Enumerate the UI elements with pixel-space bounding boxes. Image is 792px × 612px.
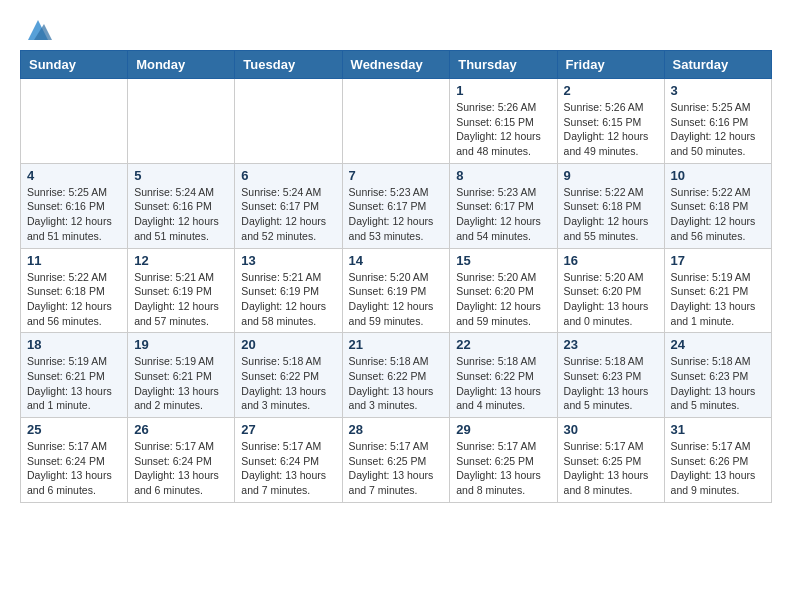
logo: [20, 20, 52, 44]
weekday-header-wednesday: Wednesday: [342, 51, 450, 79]
day-info: Sunrise: 5:26 AM Sunset: 6:15 PM Dayligh…: [456, 100, 550, 159]
day-number: 6: [241, 168, 335, 183]
day-info: Sunrise: 5:25 AM Sunset: 6:16 PM Dayligh…: [671, 100, 765, 159]
calendar-cell: 27Sunrise: 5:17 AM Sunset: 6:24 PM Dayli…: [235, 418, 342, 503]
day-number: 28: [349, 422, 444, 437]
calendar-cell: 11Sunrise: 5:22 AM Sunset: 6:18 PM Dayli…: [21, 248, 128, 333]
calendar-cell: 10Sunrise: 5:22 AM Sunset: 6:18 PM Dayli…: [664, 163, 771, 248]
day-number: 1: [456, 83, 550, 98]
calendar-cell: 3Sunrise: 5:25 AM Sunset: 6:16 PM Daylig…: [664, 79, 771, 164]
calendar-cell: 4Sunrise: 5:25 AM Sunset: 6:16 PM Daylig…: [21, 163, 128, 248]
day-number: 11: [27, 253, 121, 268]
logo-icon: [24, 16, 52, 44]
day-number: 26: [134, 422, 228, 437]
calendar-week-3: 11Sunrise: 5:22 AM Sunset: 6:18 PM Dayli…: [21, 248, 772, 333]
day-info: Sunrise: 5:19 AM Sunset: 6:21 PM Dayligh…: [134, 354, 228, 413]
day-number: 15: [456, 253, 550, 268]
weekday-header-saturday: Saturday: [664, 51, 771, 79]
day-number: 19: [134, 337, 228, 352]
day-number: 23: [564, 337, 658, 352]
calendar-cell: 30Sunrise: 5:17 AM Sunset: 6:25 PM Dayli…: [557, 418, 664, 503]
calendar-cell: [342, 79, 450, 164]
weekday-header-tuesday: Tuesday: [235, 51, 342, 79]
day-info: Sunrise: 5:19 AM Sunset: 6:21 PM Dayligh…: [27, 354, 121, 413]
day-number: 21: [349, 337, 444, 352]
day-info: Sunrise: 5:23 AM Sunset: 6:17 PM Dayligh…: [349, 185, 444, 244]
day-info: Sunrise: 5:18 AM Sunset: 6:22 PM Dayligh…: [241, 354, 335, 413]
day-number: 7: [349, 168, 444, 183]
calendar-cell: 17Sunrise: 5:19 AM Sunset: 6:21 PM Dayli…: [664, 248, 771, 333]
calendar-week-4: 18Sunrise: 5:19 AM Sunset: 6:21 PM Dayli…: [21, 333, 772, 418]
day-number: 13: [241, 253, 335, 268]
calendar-cell: 28Sunrise: 5:17 AM Sunset: 6:25 PM Dayli…: [342, 418, 450, 503]
calendar-cell: 7Sunrise: 5:23 AM Sunset: 6:17 PM Daylig…: [342, 163, 450, 248]
day-info: Sunrise: 5:18 AM Sunset: 6:22 PM Dayligh…: [456, 354, 550, 413]
day-number: 24: [671, 337, 765, 352]
weekday-header-row: SundayMondayTuesdayWednesdayThursdayFrid…: [21, 51, 772, 79]
day-info: Sunrise: 5:21 AM Sunset: 6:19 PM Dayligh…: [241, 270, 335, 329]
calendar-cell: 24Sunrise: 5:18 AM Sunset: 6:23 PM Dayli…: [664, 333, 771, 418]
day-info: Sunrise: 5:24 AM Sunset: 6:17 PM Dayligh…: [241, 185, 335, 244]
calendar-cell: [235, 79, 342, 164]
day-info: Sunrise: 5:17 AM Sunset: 6:25 PM Dayligh…: [349, 439, 444, 498]
weekday-header-monday: Monday: [128, 51, 235, 79]
day-info: Sunrise: 5:22 AM Sunset: 6:18 PM Dayligh…: [671, 185, 765, 244]
calendar-cell: 26Sunrise: 5:17 AM Sunset: 6:24 PM Dayli…: [128, 418, 235, 503]
day-number: 29: [456, 422, 550, 437]
day-info: Sunrise: 5:17 AM Sunset: 6:26 PM Dayligh…: [671, 439, 765, 498]
calendar-cell: 8Sunrise: 5:23 AM Sunset: 6:17 PM Daylig…: [450, 163, 557, 248]
calendar-cell: 12Sunrise: 5:21 AM Sunset: 6:19 PM Dayli…: [128, 248, 235, 333]
day-number: 30: [564, 422, 658, 437]
calendar-cell: 21Sunrise: 5:18 AM Sunset: 6:22 PM Dayli…: [342, 333, 450, 418]
calendar-cell: 31Sunrise: 5:17 AM Sunset: 6:26 PM Dayli…: [664, 418, 771, 503]
day-number: 10: [671, 168, 765, 183]
day-info: Sunrise: 5:20 AM Sunset: 6:20 PM Dayligh…: [564, 270, 658, 329]
day-info: Sunrise: 5:24 AM Sunset: 6:16 PM Dayligh…: [134, 185, 228, 244]
calendar-cell: 23Sunrise: 5:18 AM Sunset: 6:23 PM Dayli…: [557, 333, 664, 418]
day-number: 18: [27, 337, 121, 352]
day-number: 14: [349, 253, 444, 268]
calendar-cell: 18Sunrise: 5:19 AM Sunset: 6:21 PM Dayli…: [21, 333, 128, 418]
calendar-cell: 15Sunrise: 5:20 AM Sunset: 6:20 PM Dayli…: [450, 248, 557, 333]
day-info: Sunrise: 5:21 AM Sunset: 6:19 PM Dayligh…: [134, 270, 228, 329]
day-info: Sunrise: 5:17 AM Sunset: 6:24 PM Dayligh…: [134, 439, 228, 498]
calendar-table: SundayMondayTuesdayWednesdayThursdayFrid…: [20, 50, 772, 503]
day-info: Sunrise: 5:17 AM Sunset: 6:25 PM Dayligh…: [564, 439, 658, 498]
calendar-cell: 22Sunrise: 5:18 AM Sunset: 6:22 PM Dayli…: [450, 333, 557, 418]
day-info: Sunrise: 5:18 AM Sunset: 6:23 PM Dayligh…: [671, 354, 765, 413]
day-info: Sunrise: 5:22 AM Sunset: 6:18 PM Dayligh…: [27, 270, 121, 329]
day-info: Sunrise: 5:19 AM Sunset: 6:21 PM Dayligh…: [671, 270, 765, 329]
day-info: Sunrise: 5:25 AM Sunset: 6:16 PM Dayligh…: [27, 185, 121, 244]
calendar-cell: 9Sunrise: 5:22 AM Sunset: 6:18 PM Daylig…: [557, 163, 664, 248]
day-number: 2: [564, 83, 658, 98]
day-number: 27: [241, 422, 335, 437]
day-info: Sunrise: 5:17 AM Sunset: 6:24 PM Dayligh…: [27, 439, 121, 498]
calendar-cell: 1Sunrise: 5:26 AM Sunset: 6:15 PM Daylig…: [450, 79, 557, 164]
calendar-week-2: 4Sunrise: 5:25 AM Sunset: 6:16 PM Daylig…: [21, 163, 772, 248]
day-number: 16: [564, 253, 658, 268]
calendar-cell: 16Sunrise: 5:20 AM Sunset: 6:20 PM Dayli…: [557, 248, 664, 333]
day-number: 31: [671, 422, 765, 437]
weekday-header-thursday: Thursday: [450, 51, 557, 79]
day-info: Sunrise: 5:17 AM Sunset: 6:24 PM Dayligh…: [241, 439, 335, 498]
calendar-cell: 2Sunrise: 5:26 AM Sunset: 6:15 PM Daylig…: [557, 79, 664, 164]
day-info: Sunrise: 5:23 AM Sunset: 6:17 PM Dayligh…: [456, 185, 550, 244]
calendar-cell: 5Sunrise: 5:24 AM Sunset: 6:16 PM Daylig…: [128, 163, 235, 248]
calendar-cell: 20Sunrise: 5:18 AM Sunset: 6:22 PM Dayli…: [235, 333, 342, 418]
day-info: Sunrise: 5:22 AM Sunset: 6:18 PM Dayligh…: [564, 185, 658, 244]
day-number: 20: [241, 337, 335, 352]
day-info: Sunrise: 5:20 AM Sunset: 6:20 PM Dayligh…: [456, 270, 550, 329]
calendar-cell: [128, 79, 235, 164]
page-header: [20, 20, 772, 44]
day-number: 8: [456, 168, 550, 183]
weekday-header-friday: Friday: [557, 51, 664, 79]
day-number: 9: [564, 168, 658, 183]
calendar-week-5: 25Sunrise: 5:17 AM Sunset: 6:24 PM Dayli…: [21, 418, 772, 503]
calendar-cell: 13Sunrise: 5:21 AM Sunset: 6:19 PM Dayli…: [235, 248, 342, 333]
day-number: 12: [134, 253, 228, 268]
calendar-cell: 19Sunrise: 5:19 AM Sunset: 6:21 PM Dayli…: [128, 333, 235, 418]
day-info: Sunrise: 5:17 AM Sunset: 6:25 PM Dayligh…: [456, 439, 550, 498]
day-number: 5: [134, 168, 228, 183]
day-info: Sunrise: 5:26 AM Sunset: 6:15 PM Dayligh…: [564, 100, 658, 159]
day-number: 22: [456, 337, 550, 352]
